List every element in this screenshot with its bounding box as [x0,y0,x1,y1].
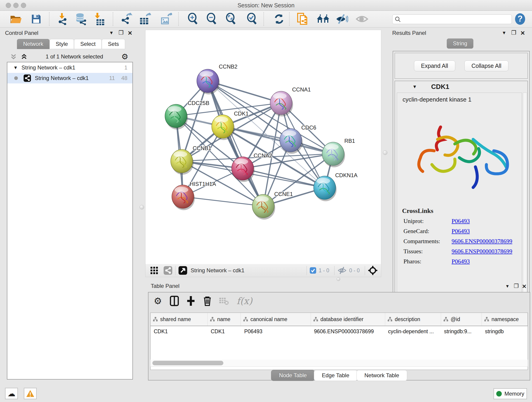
node-label-CCNA1: CCNA1 [292,86,311,93]
tab-edge-table[interactable]: Edge Table [314,370,357,381]
crosslink-label: Uniprot: [404,218,452,225]
crosslink-link[interactable]: 9606.ENSP00000378699 [452,238,512,245]
tab-style[interactable]: Style [50,39,74,49]
add-column-icon[interactable] [185,295,197,307]
network-node-HIST1H1A[interactable]: HIST1H1A [172,181,216,210]
panel-menu-icon[interactable]: ▼ [109,30,114,36]
column-header-database-identifier[interactable]: database identifier [311,313,385,326]
refresh-button[interactable] [272,13,286,26]
edge-count: 48 [121,75,127,81]
tab-string[interactable]: String [447,38,474,49]
table-options-gear-icon[interactable]: ⚙ [152,295,164,307]
grid-view-icon[interactable] [150,266,159,275]
column-type-icon [153,317,158,322]
memory-button[interactable]: Memory [494,388,527,399]
expand-all-icon[interactable] [21,53,27,60]
search-input[interactable] [401,16,509,22]
network-tree-root-row[interactable]: ▼ String Network – cdk1 1 [7,62,133,73]
refresh-icon [273,13,285,25]
collection-count: 1 [124,64,127,71]
export-network-button[interactable] [119,13,133,26]
show-all-button[interactable] [355,13,369,26]
tab-node-table[interactable]: Node Table [271,370,315,381]
column-header-description[interactable]: description [385,313,441,326]
zoom-in-button[interactable] [186,13,200,26]
network-node-CCNB2[interactable]: CCNB2 [197,64,237,95]
export-image-button[interactable] [159,13,173,26]
selected-count: 1 - 0 [319,268,329,274]
panel-close-icon[interactable]: ✕ [522,283,526,290]
panel-close-icon[interactable]: ✕ [128,30,133,36]
birdseye-toggle-icon[interactable] [178,266,187,275]
results-panel-title: Results Panel [392,30,426,36]
save-session-button[interactable] [29,13,43,26]
help-button[interactable]: ? [513,13,527,26]
table-row[interactable]: CDK1CDK1P064939606.ENSP00000378699cyclin… [151,326,528,335]
first-neighbors-button[interactable] [316,13,330,26]
warnings-button[interactable] [24,388,37,399]
export-table-icon [139,13,151,25]
right-splitter-handle[interactable] [383,150,387,155]
panel-float-icon[interactable]: ❐ [119,29,124,36]
expand-all-button[interactable]: Expand All [414,61,455,71]
collapse-all-button[interactable]: Collapse All [464,61,509,71]
control-panel: Control Panel ▼ ❐ ✕ NetworkStyleSelectSe… [3,29,136,383]
delete-column-icon[interactable] [201,295,214,307]
crosslink-row: Compartments:9606.ENSP00000378699 [404,238,522,245]
selected-checkbox-icon[interactable] [310,267,317,274]
show-columns-icon[interactable] [168,295,181,307]
tab-network-table[interactable]: Network Table [356,370,407,381]
export-table-button[interactable] [138,13,152,26]
column-header-canonical-name[interactable]: canonical name [241,313,311,326]
zoom-selected-button[interactable] [245,13,259,26]
results-scrollbar[interactable] [523,93,527,297]
clone-network-button[interactable] [296,13,309,26]
tab-sets[interactable]: Sets [102,39,125,49]
function-builder-icon[interactable]: f(x) [234,295,255,307]
tab-network[interactable]: Network [17,39,50,49]
network-node-RB1[interactable]: RB1 [322,138,355,167]
column-header-namespace[interactable]: namespace [482,313,528,326]
import-network-database-button[interactable] [74,13,88,26]
crosslink-link[interactable]: P06493 [452,258,470,265]
import-table-button[interactable] [93,13,106,26]
network-node-CDC6[interactable]: CDC6 [280,124,316,154]
zoom-fit-button[interactable] [224,13,238,26]
zoom-out-button[interactable] [205,13,219,26]
bottom-splitter-handle[interactable] [336,277,340,281]
panel-close-icon[interactable]: ✕ [520,30,525,36]
panel-float-icon[interactable]: ❐ [511,29,516,36]
column-header-shared-name[interactable]: shared name [151,313,208,326]
panel-float-icon[interactable]: ❐ [514,283,519,289]
crosslink-link[interactable]: 9606.ENSP00000378699 [452,248,512,255]
crosslink-link[interactable]: P06493 [452,228,470,235]
panel-menu-icon[interactable]: ▼ [502,30,506,36]
table-hscrollbar[interactable] [150,360,528,367]
tree-collapse-icon[interactable]: ▼ [13,65,18,70]
delete-table-icon[interactable] [218,295,230,307]
section-collapse-icon[interactable]: ▼ [412,84,417,89]
column-header-name[interactable]: name [208,313,241,326]
open-session-button[interactable] [9,13,23,26]
network-node-CDKN1A[interactable]: CDKN1A [314,172,357,201]
crosshair-icon[interactable] [368,265,378,275]
gear-icon[interactable]: ⚙ [121,52,128,61]
cloud-status-button[interactable]: ☁ [5,388,18,399]
share-view-icon[interactable] [163,266,172,275]
network-view-title: String Network – cdk1 [191,267,304,274]
panel-menu-icon[interactable]: ▼ [505,284,510,289]
hide-selected-button[interactable] [335,13,349,26]
network-node-CCNA1[interactable]: CCNA1 [270,86,311,116]
tab-select[interactable]: Select [74,39,102,49]
network-view-canvas[interactable]: CCNB2CCNA1CDC25BCDK1CDC6RB1CCNB1CCNA2CDK… [145,30,381,264]
left-splitter-handle[interactable] [139,205,144,210]
table-panel-title: Table Panel [151,283,179,289]
string-network-graph[interactable]: CCNB2CCNA1CDC25BCDK1CDC6RB1CCNB1CCNA2CDK… [146,30,381,264]
network-tree-item-row[interactable]: String Network – cdk1 11 48 [7,73,133,83]
hidden-eye-icon[interactable] [337,267,347,274]
column-header--id[interactable]: @id [441,313,482,326]
import-network-file-button[interactable] [56,13,69,26]
search-box [392,14,512,24]
collapse-all-icon[interactable] [10,53,17,60]
crosslink-link[interactable]: P06493 [452,218,470,225]
